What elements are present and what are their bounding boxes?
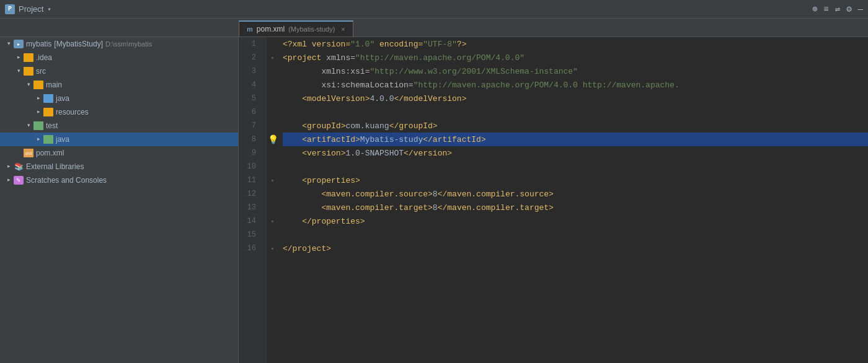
code-token: Mybatis-study bbox=[360, 135, 423, 144]
folder-icon bbox=[33, 81, 43, 89]
structure-icon[interactable]: ≡ bbox=[823, 4, 828, 14]
line-number: 10 bbox=[239, 160, 260, 173]
code-token bbox=[283, 176, 302, 185]
tab-close-button[interactable]: × bbox=[341, 25, 345, 33]
folder-blue-icon bbox=[43, 94, 53, 103]
sidebar-item-test[interactable]: test bbox=[0, 119, 238, 133]
chevron-icon bbox=[5, 40, 12, 48]
title-bar-chevron[interactable]: ▾ bbox=[47, 6, 51, 13]
line-number: 12 bbox=[239, 187, 260, 201]
settings-icon[interactable]: ⚙ bbox=[846, 4, 851, 14]
folder-src-icon bbox=[24, 67, 33, 76]
code-token: com.kuang bbox=[345, 121, 389, 131]
code-line bbox=[283, 228, 868, 242]
gutter-cell bbox=[267, 228, 279, 242]
sidebar-item-java[interactable]: java bbox=[0, 92, 238, 105]
title-bar-title[interactable]: Project bbox=[19, 4, 43, 14]
code-line bbox=[283, 160, 868, 173]
line-number: 6 bbox=[239, 105, 260, 119]
chevron-icon bbox=[5, 163, 12, 170]
chevron-icon bbox=[15, 68, 22, 75]
code-line: <artifactId>Mybatis-study</artifactId> bbox=[283, 133, 868, 146]
code-token bbox=[283, 135, 302, 144]
chevron-icon bbox=[25, 122, 32, 129]
line-number: 4 bbox=[239, 78, 260, 92]
gutter-cell: 💡 bbox=[267, 133, 279, 146]
line-number: 3 bbox=[239, 64, 260, 78]
code-token bbox=[283, 190, 321, 199]
gutter-cell bbox=[267, 37, 279, 51]
project-sidebar: ▸mybatis[MybatisStudy]D:\ssm\mybatis.ide… bbox=[0, 37, 239, 363]
tab-project-label: (Mybatis-study) bbox=[288, 25, 335, 33]
lightbulb-icon[interactable]: 💡 bbox=[268, 134, 278, 145]
code-token bbox=[283, 121, 302, 131]
folder-icon bbox=[43, 108, 53, 116]
code-area[interactable]: <?xml version="1.0" encoding="UTF-8"?><p… bbox=[279, 37, 868, 363]
sidebar-item-pom[interactable]: xmlpom.xml bbox=[0, 146, 238, 160]
code-token: <groupId> bbox=[302, 121, 345, 131]
editor-panel[interactable]: 12345678910111213141516 ▸💡▸▸▸ <?xml vers… bbox=[239, 37, 868, 363]
sidebar-item-ext-libs[interactable]: 📚External Libraries bbox=[0, 160, 238, 173]
gutter-cell bbox=[267, 146, 279, 160]
code-token: </artifactId> bbox=[423, 135, 485, 144]
code-token: </modelVersion> bbox=[394, 94, 466, 103]
code-line: <project xmlns="http://maven.apache.org/… bbox=[283, 51, 868, 64]
code-token: </properties> bbox=[302, 217, 365, 226]
chevron-icon bbox=[5, 177, 12, 184]
gutter-cell bbox=[267, 160, 279, 173]
code-token: 1.0-SNAPSHOT bbox=[345, 149, 404, 158]
code-token: <project bbox=[283, 53, 326, 63]
sidebar-item-idea[interactable]: .idea bbox=[0, 51, 238, 64]
line-number: 13 bbox=[239, 201, 260, 214]
chevron-icon bbox=[35, 95, 42, 102]
sidebar-item-src[interactable]: src bbox=[0, 64, 238, 78]
tree-item-label: src bbox=[36, 67, 46, 76]
code-line: <maven.compiler.source>8</maven.compiler… bbox=[283, 187, 868, 201]
minimize-icon[interactable]: — bbox=[858, 4, 863, 14]
folder-java-icon bbox=[43, 135, 53, 144]
code-token: encoding= bbox=[374, 40, 423, 49]
code-token: xsi:schemaLocation= bbox=[321, 81, 413, 90]
code-token: "UTF-8" bbox=[423, 40, 457, 49]
pom-xml-tab[interactable]: m pom.xml (Mybatis-study) × bbox=[239, 20, 353, 37]
line-number: 14 bbox=[239, 214, 260, 228]
code-token: ?> bbox=[457, 40, 467, 49]
code-token: <version> bbox=[302, 149, 345, 158]
line-number: 9 bbox=[239, 146, 260, 160]
code-token bbox=[283, 217, 302, 226]
line-number: 1 bbox=[239, 37, 260, 51]
sidebar-item-scratches[interactable]: ✎Scratches and Consoles bbox=[0, 173, 238, 187]
tree-item-label: java bbox=[56, 94, 69, 103]
line-number: 11 bbox=[239, 173, 260, 187]
sidebar-item-resources[interactable]: resources bbox=[0, 105, 238, 119]
gutter-cell: ▸ bbox=[267, 242, 279, 255]
sidebar-item-java-test[interactable]: java bbox=[0, 133, 238, 146]
collapse-icon[interactable]: ⇌ bbox=[835, 4, 840, 14]
code-token: xmlns:xsi= bbox=[321, 67, 370, 76]
add-content-icon[interactable]: ⊕ bbox=[812, 4, 817, 14]
gutter-cell bbox=[267, 92, 279, 105]
tree-item-label: java bbox=[56, 135, 69, 144]
code-token: </groupId> bbox=[389, 121, 438, 131]
code-token: 8 bbox=[433, 190, 438, 199]
code-token: "http://www.w3.org/2001/XMLSchema-instan… bbox=[370, 67, 577, 76]
chevron-icon bbox=[35, 108, 42, 116]
tree-item-label: .idea bbox=[36, 53, 52, 62]
code-line: <maven.compiler.target>8</maven.compiler… bbox=[283, 201, 868, 214]
tree-item-label: External Libraries bbox=[26, 162, 84, 171]
title-bar-icons: ⊕ ≡ ⇌ ⚙ — bbox=[812, 4, 863, 14]
line-number: 8 bbox=[239, 133, 260, 146]
gutter-cell: ▸ bbox=[267, 173, 279, 187]
code-token bbox=[283, 149, 302, 158]
code-token: <?xml version= bbox=[283, 40, 350, 49]
tree-item-label: pom.xml bbox=[36, 149, 64, 157]
line-numbers: 12345678910111213141516 bbox=[239, 37, 267, 363]
gutter-cell bbox=[267, 78, 279, 92]
sidebar-item-main[interactable]: main bbox=[0, 78, 238, 92]
sidebar-item-mybatis[interactable]: ▸mybatis[MybatisStudy]D:\ssm\mybatis bbox=[0, 37, 238, 51]
code-token: </maven.compiler.source> bbox=[438, 190, 554, 199]
project-path: D:\ssm\mybatis bbox=[105, 40, 152, 48]
xml-icon: xml bbox=[24, 149, 33, 157]
line-number: 15 bbox=[239, 228, 260, 242]
chevron-icon bbox=[25, 81, 32, 89]
